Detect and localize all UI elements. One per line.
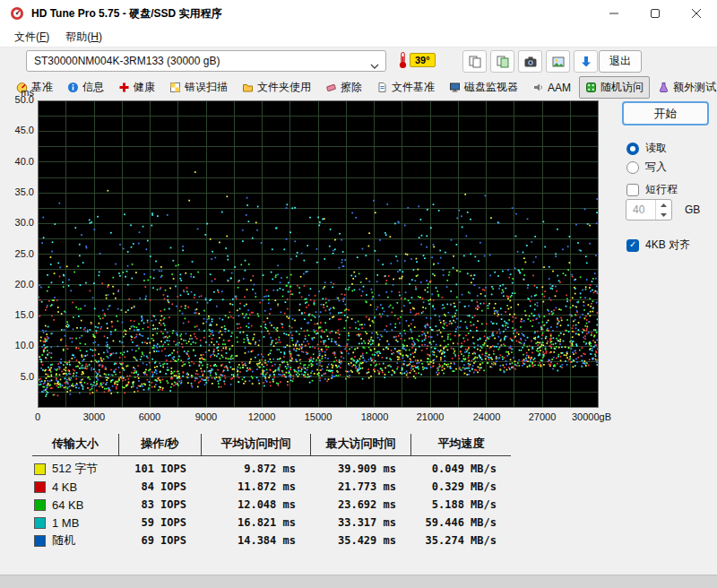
x-tick-label: 12000: [237, 411, 287, 422]
legend-swatch-64kb[interactable]: [34, 499, 46, 511]
screenshot-camera-icon[interactable]: [518, 50, 542, 73]
app-icon: [10, 6, 24, 21]
erase-icon: [325, 82, 337, 93]
short-stroke-label: 短行程: [645, 182, 678, 197]
y-tick-label: 35.0: [0, 186, 34, 197]
statusbar: [0, 575, 717, 588]
legend-swatch-4kb[interactable]: [34, 481, 46, 493]
table-cell: 83 IOPS: [118, 496, 201, 514]
tab-error-scan[interactable]: 错误扫描: [163, 76, 234, 99]
tab-file-benchmark[interactable]: 文件基准: [370, 76, 441, 99]
column-header: 平均访问时间: [201, 434, 310, 456]
table-cell: 9.872 ms: [201, 460, 310, 478]
x-tick-label: 18000: [350, 411, 400, 422]
short-stroke-checkbox[interactable]: [626, 184, 639, 196]
table-cell: 69 IOPS: [118, 532, 201, 549]
table-row-legend: 1 MB: [32, 514, 118, 532]
x-tick-label: 27000: [517, 411, 567, 422]
x-tick-label: 30000gB: [572, 411, 635, 422]
table-cell: 84 IOPS: [118, 478, 201, 496]
write-radio[interactable]: [626, 161, 639, 174]
table-cell: 39.909 ms: [310, 460, 410, 478]
table-cell: 59 IOPS: [118, 514, 201, 532]
file-benchmark-icon: [376, 82, 388, 93]
random-access-icon: [585, 82, 597, 93]
error-scan-icon: [169, 82, 181, 93]
legend-swatch-1mb[interactable]: [34, 517, 46, 529]
write-radio-label: 写入: [645, 160, 667, 175]
aam-icon: [532, 82, 544, 93]
x-tick-label: 9000: [181, 411, 231, 422]
tab-random-access[interactable]: 随机访问: [579, 76, 650, 99]
table-row-legend: 64 KB: [32, 496, 118, 514]
column-header: 传输大小: [32, 434, 118, 456]
short-stroke-size-field: [626, 199, 672, 220]
temperature-badge: 39°: [410, 53, 436, 67]
read-radio-label: 读取: [645, 141, 667, 156]
menu-help[interactable]: 帮助(H): [57, 27, 110, 48]
maximize-button[interactable]: [635, 0, 676, 27]
table-cell: 14.384 ms: [201, 532, 310, 549]
copy-image-icon[interactable]: [490, 50, 514, 73]
x-tick-label: 6000: [125, 411, 175, 422]
y-tick-label: 20.0: [0, 279, 34, 290]
y-tick-label: 50.0: [0, 94, 34, 105]
legend-swatch-random[interactable]: [34, 535, 46, 547]
table-cell: 5.188 MB/s: [410, 496, 511, 514]
health-icon: [118, 82, 130, 93]
close-button[interactable]: [676, 0, 717, 27]
folder-usage-icon: [242, 82, 254, 93]
random-access-scatter-chart: [38, 100, 599, 408]
disk-monitor-icon: [449, 82, 461, 93]
tab-info[interactable]: 信息: [61, 76, 110, 99]
extra-tests-icon: [658, 82, 669, 93]
table-cell: 16.821 ms: [201, 514, 310, 532]
table-row-legend: 4 KB: [32, 478, 118, 496]
table-row-legend: 512 字节: [32, 460, 118, 478]
drive-select[interactable]: ST30000NM004K-3RM133 (30000 gB): [26, 50, 386, 72]
tab-health[interactable]: 健康: [112, 76, 161, 99]
save-file-icon[interactable]: [574, 50, 598, 73]
chevron-down-icon: [370, 59, 379, 72]
tab-folder-usage[interactable]: 文件夹使用: [236, 76, 317, 99]
tab-aam[interactable]: AAM: [526, 78, 577, 98]
table-cell: 101 IOPS: [118, 460, 201, 478]
tab-erase[interactable]: 擦除: [319, 76, 368, 99]
short-stroke-unit-label: GB: [685, 203, 700, 216]
exit-button[interactable]: 退出: [599, 50, 642, 73]
table-cell: 23.692 ms: [310, 496, 410, 514]
column-header: 操作/秒: [118, 434, 201, 456]
y-tick-label: 15.0: [0, 309, 34, 320]
menubar: 文件(F) 帮助(H): [0, 27, 717, 48]
y-tick-label: 45.0: [0, 125, 34, 135]
info-icon: [67, 82, 79, 93]
tab-disk-monitor[interactable]: 磁盘监视器: [443, 76, 524, 99]
x-tick-label: 3000: [69, 411, 119, 422]
align-checkbox-label: 4KB 对齐: [645, 238, 690, 253]
minimize-button[interactable]: [593, 0, 635, 27]
tab-extra-tests[interactable]: 额外测试: [652, 76, 717, 99]
legend-swatch-512b[interactable]: [34, 463, 46, 475]
tabbar: 基准 信息 健康 错误扫描 文件夹使用 擦除 文件基准 磁盘监视器: [0, 76, 717, 99]
y-tick-label: 25.0: [0, 248, 34, 259]
spin-down-icon[interactable]: [656, 210, 670, 220]
save-image-icon[interactable]: [546, 50, 570, 73]
menu-file[interactable]: 文件(F): [6, 27, 57, 48]
align-checkbox[interactable]: [626, 239, 639, 252]
start-button[interactable]: 开始: [622, 101, 709, 125]
hd-tune-window: HD Tune Pro 5.75 - 硬盘/SSD 实用程序 文件(F) 帮助(…: [0, 0, 717, 588]
short-stroke-size-input[interactable]: [626, 200, 655, 220]
table-cell: 59.446 MB/s: [410, 514, 511, 532]
spin-up-icon[interactable]: [656, 200, 670, 210]
window-title: HD Tune Pro 5.75 - 硬盘/SSD 实用程序: [31, 6, 221, 22]
table-row-legend: 随机: [32, 532, 118, 549]
x-tick-label: 21000: [405, 411, 455, 422]
table-cell: 0.329 MB/s: [410, 478, 511, 496]
thermometer-icon: [398, 51, 408, 73]
column-header: 最大访问时间: [310, 434, 410, 456]
read-radio[interactable]: [626, 143, 639, 155]
table-cell: 35.274 MB/s: [410, 532, 511, 549]
copy-text-icon[interactable]: [462, 50, 487, 73]
y-tick-label: 30.0: [0, 217, 34, 228]
table-cell: 33.317 ms: [310, 514, 410, 532]
